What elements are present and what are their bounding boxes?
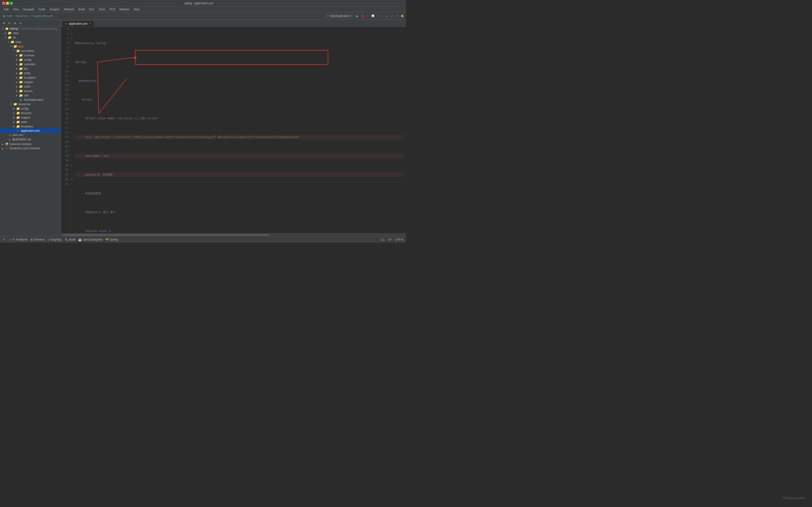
resources-label: resources [18, 103, 31, 106]
window-maximize-btn[interactable] [10, 2, 13, 5]
tree-sql[interactable]: 🗎 数据库脚本.sql [0, 137, 61, 142]
h-scroll-thumb[interactable] [62, 234, 269, 236]
breadcrumb-resources[interactable]: resources [15, 14, 28, 17]
tree-utils[interactable]: ▶ 📁 utils [0, 93, 61, 98]
tree-common[interactable]: ▶ 📁 common [0, 53, 61, 58]
run-button[interactable]: ▶ [355, 14, 359, 18]
editor-scroll[interactable]: 1 2 3 4 5 6 7 8 9 10 11 12 13 14 15 16 1 [61, 27, 406, 233]
breadcrumb-file[interactable]: ⚙ application.yml [31, 14, 53, 17]
tree-ehcache[interactable]: ▶ 📁 ehcache [0, 111, 61, 115]
menu-analyze[interactable]: Analyze [48, 7, 61, 11]
menu-edit[interactable]: Edit [2, 7, 11, 11]
tree-scratches[interactable]: ▶ ✏ Scratches and Consoles [0, 146, 61, 151]
terminal-btn[interactable]: ⊞ Terminal [31, 238, 44, 241]
horizontal-scrollbar[interactable] [61, 233, 406, 236]
tree-java[interactable]: ▼ 📁 java [0, 44, 61, 49]
menu-window[interactable]: Window [117, 7, 131, 11]
fold-21 [70, 121, 73, 125]
java-enterprise-label: Java Enterprise [83, 238, 102, 241]
tree-idea[interactable]: ▶ 📁 .idea [0, 31, 61, 35]
tree-entity[interactable]: ▶ 📁 entity [0, 71, 61, 75]
menu-tools[interactable]: Tools [97, 7, 107, 11]
fold-31 [70, 168, 73, 172]
problems-label: 6: Problems [13, 238, 28, 241]
settings-button[interactable]: ⚙ [376, 14, 380, 18]
vcs-commit-button[interactable]: ✓ [390, 14, 394, 18]
project-root[interactable]: ▼ 📁 yiqing C:\Users\51414\Desktop\yiqing [0, 26, 61, 31]
menu-view[interactable]: View [11, 7, 21, 11]
java-enterprise-btn[interactable]: ☕ Java Enterprise [78, 238, 102, 241]
tree-templates[interactable]: ▶ 📁 templates [0, 124, 61, 129]
ln-30: 30 [63, 163, 68, 168]
build-btn[interactable]: 🔧 Build [65, 238, 75, 241]
vcs-push-button[interactable]: ↑ [395, 14, 399, 18]
key-datasource: datasource [79, 78, 95, 83]
tree-com-demo[interactable]: ▼ 📁 com.demo [0, 49, 61, 53]
menu-build[interactable]: Build [77, 7, 87, 11]
sidebar-close-btn[interactable]: ✕ [18, 21, 23, 25]
fold-2[interactable]: ▼ [70, 32, 73, 36]
spring-btn[interactable]: 🌱 Spring [105, 238, 118, 241]
debug-button[interactable]: 🐞 [361, 14, 364, 18]
ln-22: 22 [63, 125, 68, 130]
graphql-btn[interactable]: ◈ GraphQL [47, 238, 62, 241]
tree-static[interactable]: ▶ 📁 static [0, 120, 61, 124]
vcs-update-button[interactable]: ↓ [385, 14, 389, 18]
res-mapper-folder-icon: 📁 [16, 116, 20, 119]
tab-label: application.yml [69, 22, 87, 25]
run-config-dropdown[interactable]: ▶ StartApplication ▼ [325, 14, 354, 18]
menu-code[interactable]: Code [37, 7, 47, 11]
back-button[interactable]: ◀ [2, 14, 6, 18]
menu-refactor[interactable]: Refactor [62, 7, 76, 11]
tree-res-mapper[interactable]: ▶ 📁 mapper [0, 115, 61, 120]
problems-btn[interactable]: ⚠ 6: Problems [9, 238, 28, 241]
tree-resources[interactable]: ▼ 📁 resources [0, 102, 61, 106]
tree-dto[interactable]: ▶ 📁 dto [0, 66, 61, 71]
tree-application-yml[interactable]: ⚙ application.yml [0, 129, 61, 133]
code-content[interactable]: #datasource config spring: datasource: d… [73, 27, 406, 233]
idea-folder-icon: 📁 [7, 31, 12, 35]
fold-15 [70, 93, 73, 97]
window-controls[interactable] [2, 2, 13, 5]
fold-3[interactable]: ▼ [70, 36, 73, 41]
key-druid: druid [82, 97, 91, 102]
tab-application-yml[interactable]: ⚙ application.yml ✕ [62, 21, 94, 26]
menu-navigate[interactable]: Navigate [21, 7, 36, 11]
tree-res-config[interactable]: ▶ 📁 config [0, 106, 61, 111]
tree-pom[interactable]: 🗎 pom.xml [0, 133, 61, 137]
tree-exception[interactable]: ▶ 📁 exception [0, 75, 61, 80]
window-minimize-btn[interactable] [6, 2, 9, 5]
main-folder-icon: 📁 [10, 40, 14, 44]
java-label: java [18, 45, 23, 48]
tree-realm[interactable]: ▶ 📁 realm [0, 84, 61, 89]
utils-folder-icon: 📁 [19, 94, 23, 97]
tree-external-libs[interactable]: ▶ 📦 External Libraries [0, 142, 61, 146]
ln-26: 26 [63, 144, 68, 149]
fold-30[interactable]: ▼ [70, 163, 73, 168]
breadcrumb-main[interactable]: main [7, 14, 13, 17]
fold-33[interactable]: ▼ [70, 177, 73, 182]
tree-main[interactable]: ▼ 📁 main [0, 40, 61, 44]
realm-label: realm [24, 85, 31, 88]
ehcache-arrow: ▶ [12, 112, 16, 114]
tree-start-app[interactable]: ▶ StartApplication [0, 98, 61, 102]
scratches-arrow: ▶ [1, 147, 5, 150]
coverage-button[interactable]: ⚡ [366, 14, 369, 18]
window-close-btn[interactable] [2, 2, 5, 5]
editor-container: 1 2 3 4 5 6 7 8 9 10 11 12 13 14 15 16 1 [61, 27, 406, 233]
notifications-button[interactable]: 🔔 [400, 14, 404, 18]
tab-close-btn[interactable]: ✕ [89, 22, 91, 25]
tree-controller[interactable]: ▶ 📁 controller [0, 62, 61, 66]
menu-help[interactable]: Help [132, 7, 142, 11]
tree-mapper[interactable]: ▶ 📁 mapper [0, 80, 61, 84]
sidebar-settings-btn[interactable]: ⚙ [1, 21, 6, 25]
tree-service[interactable]: ▶ 📁 service [0, 89, 61, 93]
tree-src[interactable]: ▼ 📁 src [0, 35, 61, 40]
profile-button[interactable]: 📊 [371, 14, 375, 18]
menu-vcs[interactable]: VCS [107, 7, 117, 11]
sidebar-collapse-btn[interactable]: ≡ [13, 21, 17, 25]
sidebar-scroll-btn[interactable]: ⇅ [7, 21, 12, 25]
ln-29: 29 [63, 158, 68, 163]
menu-run[interactable]: Run [87, 7, 96, 11]
tree-config[interactable]: ▶ 📁 config [0, 58, 61, 62]
